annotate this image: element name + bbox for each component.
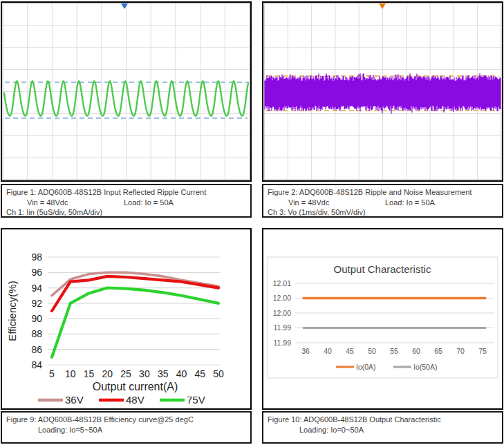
- svg-text:12.00: 12.00: [273, 309, 291, 317]
- fig2-scope-panel: 3: [262, 1, 503, 182]
- svg-text:50: 50: [213, 368, 224, 379]
- svg-text:45: 45: [194, 368, 205, 379]
- svg-text:15: 15: [84, 368, 95, 379]
- svg-text:40: 40: [176, 368, 187, 379]
- svg-text:60: 60: [412, 347, 420, 355]
- svg-text:12.00: 12.00: [273, 294, 291, 302]
- fig1-conditions: Vin = 48VdcLoad: Io = 50A: [6, 198, 248, 208]
- fig9-caption-box: Figure 9: ADQ600B-48S12B Efficiency curv…: [1, 411, 252, 444]
- fig1-caption-title: Figure 1: ADQ600B-48S12B Input Reflected…: [6, 187, 248, 198]
- fig10-loading: Loading: Io=0~50A: [268, 425, 499, 435]
- fig9-caption-title: Figure 9: ADQ600B-48S12B Efficiency curv…: [6, 415, 248, 425]
- svg-text:75: 75: [478, 347, 487, 355]
- svg-text:36: 36: [301, 347, 310, 355]
- svg-text:12.01: 12.01: [273, 279, 291, 287]
- svg-text:50: 50: [368, 347, 376, 355]
- fig2-channel-info: Ch 3: Vo (1ms/div, 50mV/div): [268, 207, 499, 218]
- svg-text:45: 45: [346, 347, 354, 355]
- series-75V: [52, 288, 218, 357]
- svg-text:55: 55: [390, 347, 398, 355]
- svg-text:40: 40: [324, 347, 332, 355]
- fig9-loading: Loading: Io=5~50A: [6, 425, 248, 435]
- svg-text:30: 30: [139, 368, 150, 379]
- svg-text:86: 86: [31, 344, 42, 355]
- svg-text:Output current(A): Output current(A): [93, 381, 178, 392]
- legend-label-Io(50A): Io(50A): [413, 363, 437, 371]
- svg-text:11.99: 11.99: [274, 339, 292, 347]
- fig10-caption-box: Figure 10: ADQ600B-48S12B Output Charact…: [262, 411, 503, 444]
- svg-text:35: 35: [158, 368, 169, 379]
- svg-text:70: 70: [456, 347, 465, 355]
- fig1-caption-box: Figure 1: ADQ600B-48S12B Input Reflected…: [1, 184, 252, 218]
- output-characteristic-chart: Output Characteristic12.0112.0012.0011.9…: [263, 229, 502, 408]
- svg-text:Efficiency(%): Efficiency(%): [6, 281, 18, 341]
- svg-text:84: 84: [31, 359, 42, 370]
- svg-text:94: 94: [31, 283, 42, 294]
- chart-title: Output Characteristic: [334, 263, 431, 275]
- fig9-chart-panel: 84868890929496985101520253035404550Outpu…: [1, 228, 252, 410]
- svg-text:20: 20: [102, 368, 113, 379]
- svg-text:11.99: 11.99: [274, 323, 292, 332]
- fig1-load: Load: Io = 50A: [124, 198, 174, 207]
- legend-label-75V: 75V: [187, 394, 205, 406]
- fig1-channel-info: Ch 1: Iin (5uS/div, 50mA/div): [6, 207, 248, 218]
- svg-text:10: 10: [65, 368, 76, 379]
- datasheet-page: Figure 1: ADQ600B-48S12B Input Reflected…: [0, 0, 504, 445]
- svg-text:5: 5: [49, 368, 55, 379]
- fig2-vin: Vin = 48Vdc: [288, 198, 385, 208]
- svg-text:88: 88: [31, 328, 42, 339]
- svg-text:3: 3: [265, 91, 269, 97]
- fig2-caption-title: Figure 2: ADQ600B-48S12B Ripple and Nois…: [268, 187, 499, 198]
- fig1-scope-panel: [1, 1, 252, 182]
- efficiency-chart: 84868890929496985101520253035404550Outpu…: [2, 229, 250, 408]
- fig2-scope-screen: 3: [263, 3, 502, 180]
- legend-label-36V: 36V: [65, 394, 84, 406]
- fig10-chart-panel: Output Characteristic12.0112.0012.0011.9…: [262, 228, 503, 410]
- legend-label-48V: 48V: [126, 394, 144, 406]
- fig1-vin: Vin = 48Vdc: [27, 198, 124, 208]
- noise-band-core: [265, 84, 501, 103]
- legend-label-Io(0A): Io(0A): [356, 363, 376, 371]
- fig1-scope-screen: [2, 3, 250, 180]
- fig10-caption-title: Figure 10: ADQ600B-48S12B Output Charact…: [268, 415, 499, 425]
- svg-text:92: 92: [31, 298, 42, 309]
- fig2-conditions: Vin = 48VdcLoad: Io = 50A: [268, 198, 499, 208]
- fig2-load: Load: Io = 50A: [385, 198, 435, 207]
- svg-text:98: 98: [31, 252, 42, 263]
- svg-text:96: 96: [31, 267, 42, 278]
- svg-text:90: 90: [31, 313, 42, 324]
- svg-text:65: 65: [434, 347, 442, 355]
- svg-text:25: 25: [120, 368, 131, 379]
- fig2-caption-box: Figure 2: ADQ600B-48S12B Ripple and Nois…: [262, 184, 503, 218]
